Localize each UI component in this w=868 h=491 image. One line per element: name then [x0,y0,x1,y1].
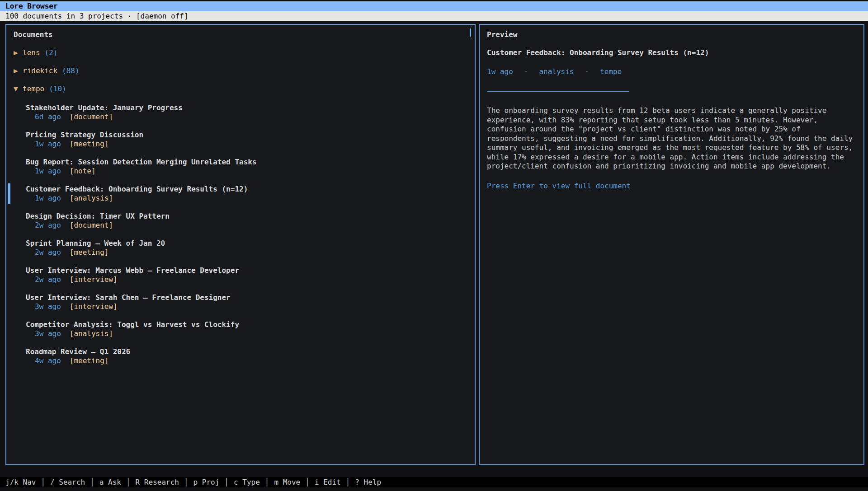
shortcut-search: / Search [50,478,85,486]
preview-panel-title: Preview [487,30,856,39]
project-row-ridekick[interactable]: ▶ridekick(88) [14,66,467,75]
shortcut-proj: p Proj [193,478,220,486]
document-age: 2w ago [35,275,61,284]
project-doc-count: (88) [62,66,80,75]
document-title: User Interview: Marcus Webb — Freelance … [26,266,467,275]
statusbar-separator: │ [346,478,350,486]
document-age: 3w ago [35,302,61,311]
shortcut-research: R Research [136,478,179,486]
summary-bar: 100 documents in 3 projects · [daemon of… [0,11,868,21]
document-age: 1w ago [35,167,61,175]
preview-type: analysis [539,67,574,76]
document-type-badge: [interview] [70,275,118,284]
document-type-badge: [meeting] [70,356,109,365]
project-doc-count: (2) [45,48,58,57]
document-title: Sprint Planning — Week of Jan 20 [26,239,467,248]
titlebar: Lore Browser [0,1,868,11]
document-title: Roadmap Review — Q1 2026 [26,347,467,356]
document-age: 3w ago [35,329,61,338]
preview-divider [487,91,629,92]
document-type-badge: [analysis] [70,194,113,202]
project-doc-count: (10) [49,84,66,93]
preview-panel: Preview Customer Feedback: Onboarding Su… [479,24,864,465]
document-item[interactable]: Bug Report: Session Detection Merging Un… [14,158,467,176]
main-area: Documents ▶lens(2) ▶ridekick(88) ▼tempo(… [5,24,864,465]
app-title: Lore Browser [5,2,58,10]
document-age: 4w ago [35,356,61,365]
expanded-arrow-icon: ▼ [14,84,23,94]
document-type-badge: [meeting] [70,140,109,148]
collapsed-arrow-icon: ▶ [14,48,23,57]
document-title: Pricing Strategy Discussion [26,131,467,140]
document-title: Design Decision: Timer UX Pattern [26,212,467,221]
document-list: Stakeholder Update: January Progress 6d … [14,103,467,365]
shortcut-type: c Type [234,478,260,486]
documents-scrollbar-thumb[interactable] [470,28,471,37]
document-item[interactable]: Competitor Analysis: Toggl vs Harvest vs… [14,320,467,338]
project-name: tempo [23,84,44,93]
document-item[interactable]: User Interview: Marcus Webb — Freelance … [14,266,467,284]
document-title: Competitor Analysis: Toggl vs Harvest vs… [26,320,467,329]
shortcut-nav: j/k Nav [5,478,36,486]
preview-meta: 1w ago · analysis · tempo [487,67,856,76]
preview-body-text: The onboarding survey results from 12 be… [487,106,856,171]
statusbar-separator: │ [184,478,189,486]
summary-text: 100 documents in 3 projects · [daemon of… [5,12,189,20]
statusbar-separator: │ [224,478,229,486]
statusbar-separator: │ [41,478,45,486]
document-item-selected[interactable]: Customer Feedback: Onboarding Survey Res… [14,185,467,203]
document-title: Stakeholder Update: January Progress [26,103,467,112]
document-age: 6d ago [35,112,61,121]
middot-separator: · [524,67,528,76]
preview-project: tempo [600,67,622,76]
project-row-tempo[interactable]: ▼tempo(10) [14,84,467,94]
selection-bar [8,183,10,204]
project-name: lens [23,48,40,57]
document-type-badge: [document] [70,112,113,121]
statusbar-separator: │ [265,478,269,486]
document-type-badge: [analysis] [70,329,113,338]
documents-panel-title: Documents [14,30,467,39]
shortcut-help: ? Help [355,478,381,486]
document-age: 2w ago [35,248,61,257]
lore-browser-window: Lore Browser 100 documents in 3 projects… [0,0,868,491]
document-title: Customer Feedback: Onboarding Survey Res… [26,185,467,194]
document-item[interactable]: User Interview: Sarah Chen — Freelance D… [14,293,467,311]
document-age: 1w ago [35,140,61,148]
document-item[interactable]: Roadmap Review — Q1 2026 4w ago[meeting] [14,347,467,365]
statusbar: j/k Nav│/ Search│a Ask│R Research│p Proj… [0,477,868,487]
statusbar-separator: │ [305,478,310,486]
project-name: ridekick [23,66,57,75]
project-row-lens[interactable]: ▶lens(2) [14,48,467,57]
document-age: 1w ago [35,194,61,202]
shortcut-move: m Move [274,478,300,486]
document-type-badge: [interview] [70,302,118,311]
document-type-badge: [meeting] [70,248,109,257]
document-item[interactable]: Pricing Strategy Discussion 1w ago[meeti… [14,131,467,149]
document-item[interactable]: Stakeholder Update: January Progress 6d … [14,103,467,122]
document-item[interactable]: Sprint Planning — Week of Jan 20 2w ago[… [14,239,467,257]
document-type-badge: [document] [70,221,113,229]
view-full-document-hint: Press Enter to view full document [487,182,856,191]
documents-panel: Documents ▶lens(2) ▶ridekick(88) ▼tempo(… [5,24,476,465]
document-age: 2w ago [35,221,61,229]
preview-document-title: Customer Feedback: Onboarding Survey Res… [487,48,856,57]
middot-separator: · [585,67,590,76]
shortcut-edit: i Edit [315,478,341,486]
statusbar-separator: │ [126,478,131,486]
document-type-badge: [note] [70,167,96,175]
document-title: Bug Report: Session Detection Merging Un… [26,158,467,167]
collapsed-arrow-icon: ▶ [14,66,23,75]
statusbar-separator: │ [90,478,94,486]
preview-age: 1w ago [487,67,513,76]
shortcut-ask: a Ask [99,478,121,486]
document-item[interactable]: Design Decision: Timer UX Pattern 2w ago… [14,212,467,230]
document-title: User Interview: Sarah Chen — Freelance D… [26,293,467,302]
